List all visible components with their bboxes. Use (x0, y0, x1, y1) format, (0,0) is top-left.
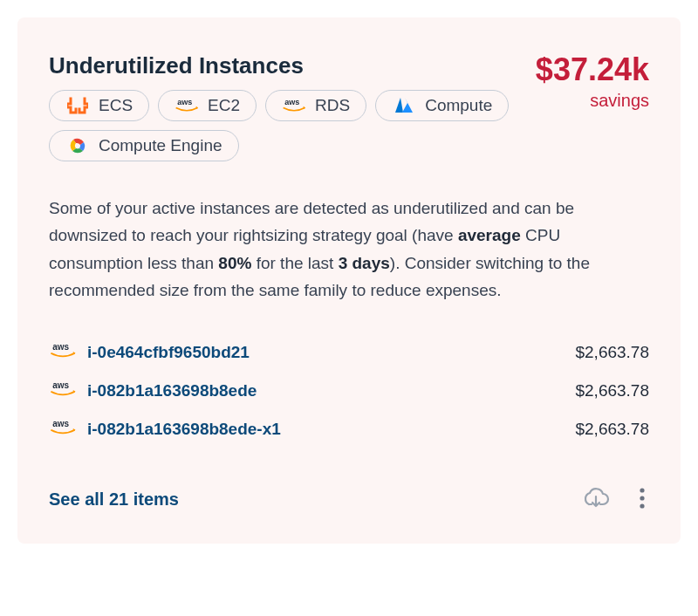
chip-label: RDS (315, 96, 350, 115)
card-header: Underutilized Instances ECS (49, 52, 649, 188)
card-title: Underutilized Instances (49, 52, 536, 79)
chip-rds[interactable]: RDS (265, 90, 366, 121)
kebab-menu-icon (639, 487, 646, 512)
savings-label: savings (536, 91, 649, 111)
azure-icon (392, 97, 416, 114)
chip-azure-compute[interactable]: Compute (375, 90, 509, 121)
aws-icon (49, 380, 77, 401)
instance-savings: $2,663.78 (575, 343, 649, 362)
instance-list: i-0e464cfbf9650bd21 $2,663.78 i-082b1a16… (49, 333, 649, 448)
savings-amount: $37.24k (536, 54, 649, 86)
list-item: i-082b1a163698b8ede-x1 $2,663.78 (49, 410, 649, 448)
chip-label: Compute Engine (99, 136, 222, 155)
aws-icon (49, 419, 77, 440)
aws-icon (49, 342, 77, 363)
card-footer: See all 21 items (49, 483, 649, 516)
more-options-button[interactable] (635, 483, 649, 516)
list-item: i-082b1a163698b8ede $2,663.78 (49, 372, 649, 410)
svg-point-1 (640, 489, 644, 493)
instance-savings: $2,663.78 (575, 420, 649, 439)
aws-icon (282, 97, 306, 114)
service-chips: ECS EC2 RDS (49, 90, 536, 161)
underutilized-instances-card: Underutilized Instances ECS (17, 17, 681, 544)
ecs-icon (65, 97, 90, 114)
svg-point-3 (640, 504, 644, 509)
savings-block: $37.24k savings (536, 52, 649, 111)
chip-ecs[interactable]: ECS (49, 90, 149, 121)
instance-id-link[interactable]: i-082b1a163698b8ede (87, 381, 257, 400)
download-button[interactable] (578, 483, 614, 516)
chip-ec2[interactable]: EC2 (158, 90, 257, 121)
chip-gcp-compute-engine[interactable]: Compute Engine (49, 130, 239, 161)
aws-icon (174, 97, 199, 114)
gcp-icon (65, 137, 90, 154)
card-description: Some of your active instances are detect… (49, 195, 649, 304)
instance-id-link[interactable]: i-0e464cfbf9650bd21 (87, 343, 250, 362)
instance-id-link[interactable]: i-082b1a163698b8ede-x1 (87, 420, 281, 439)
cloud-download-icon (581, 487, 611, 512)
chip-label: EC2 (208, 96, 240, 115)
list-item: i-0e464cfbf9650bd21 $2,663.78 (49, 333, 649, 372)
chip-label: ECS (99, 96, 133, 115)
svg-point-2 (640, 496, 644, 501)
see-all-link[interactable]: See all 21 items (49, 489, 179, 510)
chip-label: Compute (425, 96, 492, 115)
instance-savings: $2,663.78 (575, 381, 649, 400)
